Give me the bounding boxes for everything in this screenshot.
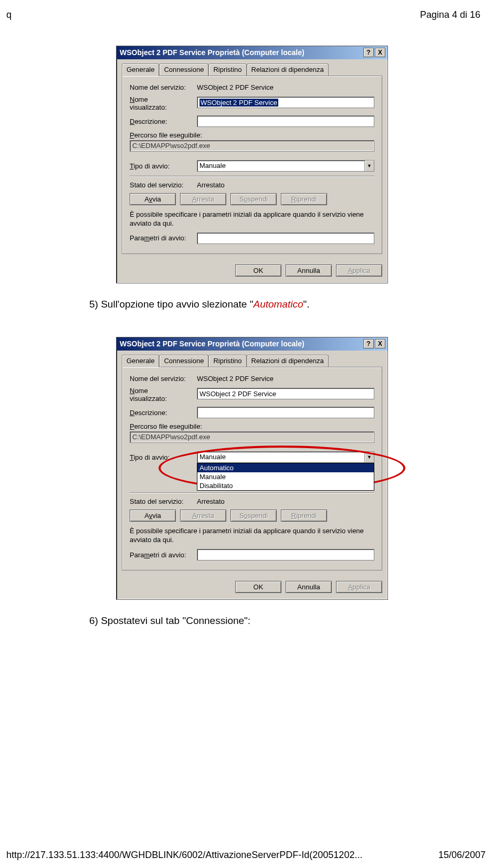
nome-vis-input[interactable]: WSObject 2 PDF Service — [197, 97, 374, 108]
close-button[interactable]: X — [375, 48, 385, 57]
tipo-avvio-dropdown[interactable]: Automatico Manuale Disabilitato — [197, 463, 374, 491]
tipo-avvio-combo[interactable]: Manuale ▼ — [197, 160, 374, 172]
label-nome-servizio: Nome del servizio: — [130, 83, 197, 91]
chevron-down-icon-2[interactable]: ▼ — [364, 452, 374, 462]
note-text: È possibile specificare i parametri iniz… — [130, 210, 374, 228]
label-tipo-avvio: Tipo di avvio: — [130, 162, 197, 170]
title-text: WSObject 2 PDF Service Proprietà (Comput… — [120, 48, 363, 57]
note-text-2: È possibile specificare i parametri iniz… — [130, 527, 374, 545]
title-text-2: WSObject 2 PDF Service Proprietà (Comput… — [120, 340, 363, 348]
tab-relazioni[interactable]: Relazioni di dipendenza — [247, 63, 329, 76]
tab-relazioni-2[interactable]: Relazioni di dipendenza — [247, 355, 329, 367]
tab-connessione-2[interactable]: Connessione — [159, 355, 208, 367]
value-nome-servizio: WSObject 2 PDF Service — [197, 83, 374, 91]
close-button-2[interactable]: X — [375, 339, 385, 348]
instruction-5: 5) Sull'opzione tipo avvio slezionate "A… — [74, 297, 430, 312]
applica-button: Applica — [336, 264, 382, 277]
page-header: q Pagina 4 di 16 — [0, 0, 504, 20]
tab-generale[interactable]: Generale — [122, 63, 159, 76]
tipo-avvio-value-2: Manuale — [197, 452, 364, 462]
nome-vis-input-2[interactable]: WSObject 2 PDF Service — [197, 388, 374, 399]
option-manuale[interactable]: Manuale — [197, 472, 374, 481]
tab-ripristino[interactable]: Ripristino — [208, 63, 246, 76]
param-input[interactable] — [197, 232, 374, 244]
label-descrizione-2: Descrizione: — [130, 409, 197, 417]
value-stato-2: Arrestato — [197, 497, 225, 505]
header-pagenum: Pagina 4 di 16 — [420, 9, 480, 20]
chevron-down-icon[interactable]: ▼ — [364, 161, 374, 171]
label-percorso-2: Percorso file eseguibile: — [130, 422, 374, 430]
ok-button[interactable]: OK — [235, 264, 281, 277]
label-tipo-avvio-2: Tipo di avvio: — [130, 453, 197, 461]
dialog-2: WSObject 2 PDF Service Proprietà (Comput… — [116, 337, 388, 600]
tab-ripristino-2[interactable]: Ripristino — [208, 355, 246, 367]
label-nome-servizio-2: Nome del servizio: — [130, 375, 197, 383]
tab-generale-2[interactable]: Generale — [122, 355, 159, 367]
instruction-6: 6) Spostatevi sul tab "Connessione": — [74, 613, 430, 629]
option-automatico[interactable]: Automatico — [197, 463, 374, 472]
label-percorso: Percorso file eseguibile: — [130, 131, 374, 139]
header-left: q — [6, 9, 12, 20]
titlebar-2[interactable]: WSObject 2 PDF Service Proprietà (Comput… — [117, 337, 387, 351]
help-button[interactable]: ? — [363, 48, 374, 57]
arresta-button: Arresta — [180, 193, 226, 205]
label-nome-vis: Nome visualizzato: — [130, 96, 197, 111]
riprendi-button: Riprendi — [281, 193, 327, 205]
tipo-avvio-value: Manuale — [197, 161, 364, 171]
dialog-1: WSObject 2 PDF Service Proprietà (Comput… — [116, 46, 388, 283]
label-stato-2: Stato del servizio: — [130, 497, 197, 505]
tipo-avvio-combo-2[interactable]: Manuale ▼ — [197, 451, 374, 463]
arresta-button-2: Arresta — [180, 510, 226, 522]
riprendi-button-2: Riprendi — [281, 510, 327, 522]
sospendi-button-2: Sospendi — [230, 510, 277, 522]
percorso-value: C:\EDMAPP\wso2pdf.exe — [130, 140, 374, 152]
nome-vis-value: WSObject 2 PDF Service — [200, 99, 278, 107]
option-disabilitato[interactable]: Disabilitato — [197, 481, 374, 490]
tab-connessione[interactable]: Connessione — [159, 63, 208, 76]
param-input-2[interactable] — [197, 549, 374, 560]
page-footer: http://217.133.51.133:4400/WGHDBLINK/600… — [0, 850, 504, 861]
descrizione-input[interactable] — [197, 115, 374, 127]
annulla-button[interactable]: Annulla — [286, 264, 332, 277]
annulla-button-2[interactable]: Annulla — [286, 581, 332, 593]
label-nome-vis-2: Nomevisualizzato: — [130, 387, 197, 403]
label-param: Parametri di avvio: — [130, 234, 197, 242]
label-descrizione: Descrizione: — [130, 118, 197, 125]
label-param-2: Parametri di avvio: — [130, 551, 197, 559]
footer-url: http://217.133.51.133:4400/WGHDBLINK/600… — [6, 850, 362, 861]
descrizione-input-2[interactable] — [197, 407, 374, 418]
avvia-button-2[interactable]: Avvia — [130, 510, 176, 522]
ok-button-2[interactable]: OK — [235, 581, 281, 593]
value-nome-servizio-2: WSObject 2 PDF Service — [197, 375, 374, 383]
value-stato: Arrestato — [197, 181, 225, 189]
percorso-value-2: C:\EDMAPP\wso2pdf.exe — [130, 431, 374, 443]
titlebar[interactable]: WSObject 2 PDF Service Proprietà (Comput… — [117, 46, 387, 59]
help-button-2[interactable]: ? — [363, 339, 374, 348]
tabstrip: Generale Connessione Ripristino Relazion… — [122, 63, 382, 76]
avvia-button[interactable]: Avvia — [130, 193, 176, 205]
label-stato: Stato del servizio: — [130, 181, 197, 189]
footer-date: 15/06/2007 — [438, 850, 486, 861]
sospendi-button: Sospendi — [230, 193, 277, 205]
applica-button-2: Applica — [336, 581, 382, 593]
